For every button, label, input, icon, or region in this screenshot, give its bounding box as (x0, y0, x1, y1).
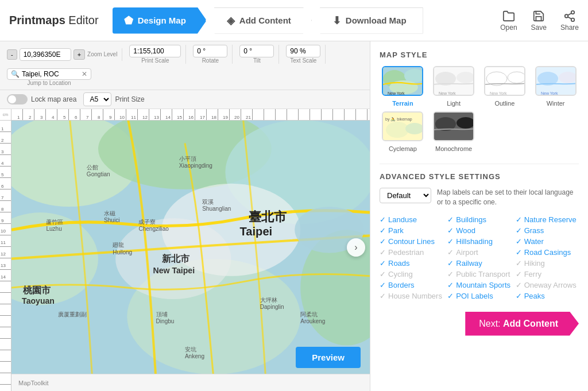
checkbox-icon-peaks[interactable]: ✓ (516, 292, 522, 300)
toolbar-1: - + Zoom Level Print Scale Rotate Tilt T… (0, 41, 370, 90)
zoom-input[interactable] (20, 48, 71, 61)
checkbox-icon-railway[interactable]: ✓ (447, 259, 454, 268)
checkbox-icon-public-transport[interactable]: ✓ (447, 270, 454, 278)
checkbox-icon-hiking[interactable]: ✓ (516, 259, 522, 268)
checkbox-icon-wood[interactable]: ✓ (447, 226, 454, 235)
checkbox-label-grass[interactable]: Grass (524, 226, 544, 235)
svg-text:臺北市: 臺北市 (249, 210, 287, 224)
map-panel: - + Zoom Level Print Scale Rotate Tilt T… (0, 41, 370, 391)
svg-text:安坑: 安坑 (185, 346, 196, 353)
checkbox-label-roads[interactable]: Roads (388, 259, 410, 268)
checkbox-icon-hillshading[interactable]: ✓ (447, 237, 454, 246)
checkbox-label-road-casings[interactable]: Road Casings (524, 248, 571, 257)
scale-input[interactable] (129, 45, 181, 57)
style-outline[interactable]: New York Outline (482, 66, 528, 107)
checkbox-label-water[interactable]: Water (524, 237, 544, 246)
checkbox-label-poi-labels[interactable]: POI Labels (456, 292, 493, 300)
text-scale-input[interactable] (286, 45, 320, 57)
checkbox-public-transport: ✓Public Transport (447, 270, 510, 278)
checkbox-icon-cycling[interactable]: ✓ (380, 270, 386, 278)
checkbox-label-peaks[interactable]: Peaks (524, 292, 545, 300)
open-label: Open (500, 24, 517, 32)
svg-text:阿柔坑: 阿柔坑 (300, 311, 318, 318)
style-light[interactable]: New York Light (431, 66, 477, 107)
preview-button[interactable]: Preview (296, 347, 361, 368)
style-terrain[interactable]: New York Terrain (380, 66, 426, 107)
checkbox-icon-nature-reserve[interactable]: ✓ (516, 215, 522, 224)
checkbox-icon-road-casings[interactable]: ✓ (516, 248, 522, 257)
style-cyclemap[interactable]: by 🚴 bikemap Cyclemap (380, 111, 426, 152)
style-monochrome[interactable]: Monochrome (431, 111, 477, 152)
checkbox-icon-roads[interactable]: ✓ (380, 259, 386, 268)
checkbox-icon-pedestrian[interactable]: ✓ (380, 248, 386, 257)
map-view[interactable]: 臺北市 Taipei 新北市 New Taipei 桃園市 Taoyuan 公館… (11, 121, 370, 374)
checkbox-icon-grass[interactable]: ✓ (516, 226, 522, 235)
svg-point-59 (559, 72, 577, 83)
svg-text:New York: New York (541, 91, 558, 95)
save-button[interactable]: Save (531, 10, 547, 32)
checkbox-label-buildings[interactable]: Buildings (456, 215, 486, 224)
svg-text:Chengziliao: Chengziliao (138, 226, 169, 232)
location-search-input[interactable] (22, 70, 79, 78)
checkbox-peaks: ✓Peaks (516, 292, 579, 300)
logo-bold: Printmaps (9, 14, 65, 26)
step-add-content[interactable]: ◈ Add Content (206, 7, 312, 34)
checkbox-label-borders[interactable]: Borders (388, 281, 415, 289)
svg-text:New York: New York (388, 91, 405, 95)
checkbox-cycling: ✓Cycling (380, 270, 443, 278)
checkbox-icon-borders[interactable]: ✓ (380, 281, 386, 289)
logo-light: Editor (65, 14, 99, 26)
checkbox-icon-airport[interactable]: ✓ (447, 248, 454, 257)
checkbox-railway: ✓Railway (447, 259, 510, 268)
checkbox-label-nature-reserve[interactable]: Nature Reserve (524, 215, 577, 224)
map-nav-arrow[interactable]: › (347, 238, 365, 257)
svg-text:Taoyuan: Taoyuan (22, 296, 55, 305)
scale-group: Print Scale (129, 45, 186, 64)
checkbox-icon-oneway-arrows[interactable]: ✓ (516, 281, 522, 289)
language-select[interactable]: Default English Local (380, 188, 431, 203)
checkbox-icon-buildings[interactable]: ✓ (447, 215, 454, 224)
map-svg: 臺北市 Taipei 新北市 New Taipei 桃園市 Taoyuan 公館… (11, 121, 370, 374)
checkbox-icon-poi-labels[interactable]: ✓ (447, 292, 454, 300)
zoom-plus-btn[interactable]: + (74, 49, 85, 60)
checkbox-buildings: ✓Buildings (447, 215, 510, 224)
svg-point-2 (571, 18, 575, 21)
checkbox-roads: ✓Roads (380, 259, 443, 268)
checkbox-label-pedestrian: Pedestrian (388, 248, 424, 257)
checkbox-icon-park[interactable]: ✓ (380, 226, 386, 235)
tilt-input[interactable] (239, 45, 274, 57)
next-add-content-button[interactable]: Next: Add Content (465, 312, 579, 336)
share-button[interactable]: Share (560, 10, 579, 32)
svg-point-51 (457, 72, 474, 83)
style-winter[interactable]: New York Winter (532, 66, 579, 107)
checkbox-icon-house-numbers[interactable]: ✓ (380, 292, 386, 300)
rotate-input[interactable] (193, 45, 227, 57)
checkbox-label-hillshading[interactable]: Hillshading (456, 237, 493, 246)
nav-steps: ⬟ Design Map ◈ Add Content ⬇ Download Ma… (113, 7, 492, 34)
checkbox-label-wood[interactable]: Wood (456, 226, 475, 235)
search-label: Jump to Location (27, 80, 71, 86)
svg-point-67 (457, 117, 474, 129)
checkbox-icon-contour-lines[interactable]: ✓ (380, 237, 386, 246)
open-button[interactable]: Open (500, 10, 517, 32)
language-description: Map labels can be set to their local lan… (437, 188, 579, 207)
zoom-minus-btn[interactable]: - (7, 49, 17, 60)
checkbox-icon-water[interactable]: ✓ (516, 237, 522, 246)
location-clear-icon[interactable]: ✕ (82, 70, 87, 78)
checkbox-label-contour-lines[interactable]: Contour Lines (388, 237, 435, 246)
checkbox-label-park[interactable]: Park (388, 226, 404, 235)
layer-checkboxes: ✓Landuse✓Buildings✓Nature Reserve✓Park✓W… (380, 215, 579, 300)
checkbox-label-landuse[interactable]: Landuse (388, 215, 417, 224)
checkbox-label-railway[interactable]: Railway (456, 259, 482, 268)
step-download-map[interactable]: ⬇ Download Map (311, 7, 423, 34)
checkbox-label-mountain-sports[interactable]: Mountain Sports (456, 281, 510, 289)
checkbox-airport: ✓Airport (447, 248, 510, 257)
right-panel: MAP STYLE New York Terrain New York Ligh… (370, 41, 588, 391)
checkbox-label-ferry: Ferry (524, 270, 541, 278)
step-design-map[interactable]: ⬟ Design Map (113, 7, 207, 34)
lock-map-toggle[interactable] (7, 94, 28, 104)
checkbox-icon-landuse[interactable]: ✓ (380, 215, 386, 224)
print-size-select[interactable]: A5 A4 A3 (83, 92, 111, 106)
checkbox-icon-mountain-sports[interactable]: ✓ (447, 281, 454, 289)
checkbox-icon-ferry[interactable]: ✓ (516, 270, 522, 278)
